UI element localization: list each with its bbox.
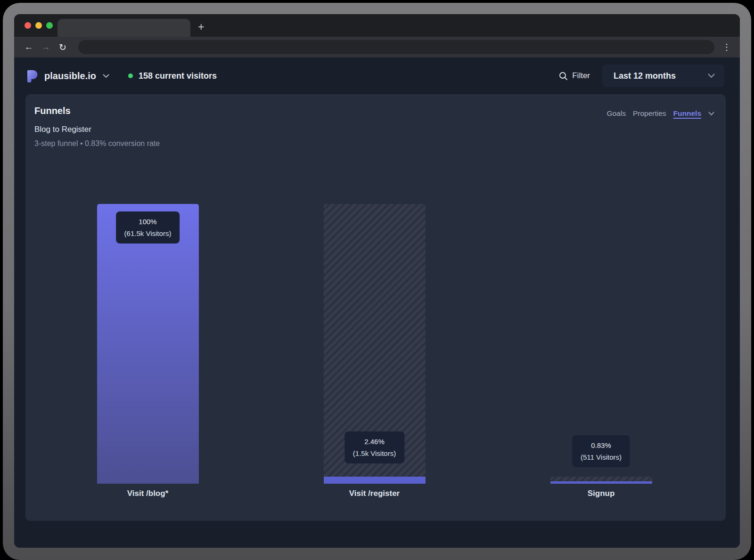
plausible-logo-icon xyxy=(26,69,39,82)
tab-goals[interactable]: Goals xyxy=(606,109,626,118)
tooltip-percent: 100% xyxy=(124,217,172,227)
url-bar[interactable] xyxy=(78,40,714,54)
tooltip-visitors: (61.5k Visitors) xyxy=(124,228,172,238)
date-range-dropdown[interactable]: Last 12 months xyxy=(602,65,724,87)
panel-view-tabs: Goals Properties Funnels xyxy=(606,105,714,118)
tooltip-visitors: (1.5k Visitors) xyxy=(353,448,396,458)
page-content: plausible.io 158 current visitors Filter xyxy=(14,57,740,548)
funnel-tooltip: 100% (61.5k Visitors) xyxy=(116,211,180,243)
filter-button[interactable]: Filter xyxy=(559,71,590,81)
fullscreen-window-icon[interactable] xyxy=(46,22,53,29)
close-window-icon[interactable] xyxy=(25,22,31,29)
funnel-bar-solid xyxy=(550,481,652,484)
funnel-chart: 100% (61.5k Visitors) 2.46% (1.5k Visito… xyxy=(34,204,714,484)
back-icon[interactable]: ← xyxy=(23,42,35,52)
chevron-down-icon xyxy=(708,73,715,78)
current-visitors-label: 158 current visitors xyxy=(139,71,217,81)
filter-label: Filter xyxy=(572,71,590,81)
tooltip-percent: 2.46% xyxy=(353,437,396,446)
live-dot-icon xyxy=(128,73,133,78)
new-tab-button[interactable]: + xyxy=(198,22,204,32)
funnel-name: Blog to Register xyxy=(34,124,160,135)
panel-title: Funnels xyxy=(34,105,160,117)
browser-toolbar: ← → ↻ ⋮ xyxy=(14,37,740,57)
funnel-step-signup[interactable]: 0.83% (511 Visitors) xyxy=(488,204,714,484)
current-visitors[interactable]: 158 current visitors xyxy=(128,71,217,81)
panel-head-left: Funnels Blog to Register 3-step funnel •… xyxy=(34,105,160,148)
search-icon xyxy=(559,72,568,81)
browser-tab[interactable] xyxy=(57,19,190,37)
tab-funnels[interactable]: Funnels xyxy=(673,109,701,118)
panel-head: Funnels Blog to Register 3-step funnel •… xyxy=(34,105,714,148)
site-name[interactable]: plausible.io xyxy=(44,71,96,81)
minimize-window-icon[interactable] xyxy=(35,22,42,29)
funnel-tooltip: 0.83% (511 Visitors) xyxy=(572,435,630,467)
screenshot-frame: + ← → ↻ ⋮ plausible.io xyxy=(3,3,751,560)
step-label: Visit /register xyxy=(261,488,488,499)
funnel-step-labels: Visit /blog* Visit /register Signup xyxy=(34,488,714,499)
tooltip-percent: 0.83% xyxy=(581,440,622,450)
funnel-bar-solid xyxy=(97,204,199,484)
browser-window: + ← → ↻ ⋮ plausible.io xyxy=(14,14,740,548)
funnel-bar-solid xyxy=(324,477,426,484)
step-label: Visit /blog* xyxy=(34,488,261,499)
tooltip-visitors: (511 Visitors) xyxy=(581,452,622,462)
window-controls xyxy=(14,22,53,37)
forward-icon[interactable]: → xyxy=(40,42,52,52)
browser-tab-strip: + xyxy=(14,14,740,37)
tab-properties[interactable]: Properties xyxy=(633,109,666,118)
site-switcher-chevron-down-icon[interactable] xyxy=(103,74,109,78)
funnel-step-visit-register[interactable]: 2.46% (1.5k Visitors) xyxy=(261,204,488,484)
funnel-step-visit-blog[interactable]: 100% (61.5k Visitors) xyxy=(34,204,261,484)
funnel-tooltip: 2.46% (1.5k Visitors) xyxy=(344,431,404,463)
reload-icon[interactable]: ↻ xyxy=(57,42,69,53)
step-label: Signup xyxy=(488,488,714,499)
date-range-value: Last 12 months xyxy=(614,71,676,81)
funnel-select-chevron-down-icon[interactable] xyxy=(708,112,714,116)
funnels-panel: Funnels Blog to Register 3-step funnel •… xyxy=(25,94,726,521)
funnel-meta: 3-step funnel • 0.83% conversion rate xyxy=(34,138,160,148)
dashboard-header: plausible.io 158 current visitors Filter xyxy=(14,57,740,94)
browser-menu-icon[interactable]: ⋮ xyxy=(722,42,731,52)
